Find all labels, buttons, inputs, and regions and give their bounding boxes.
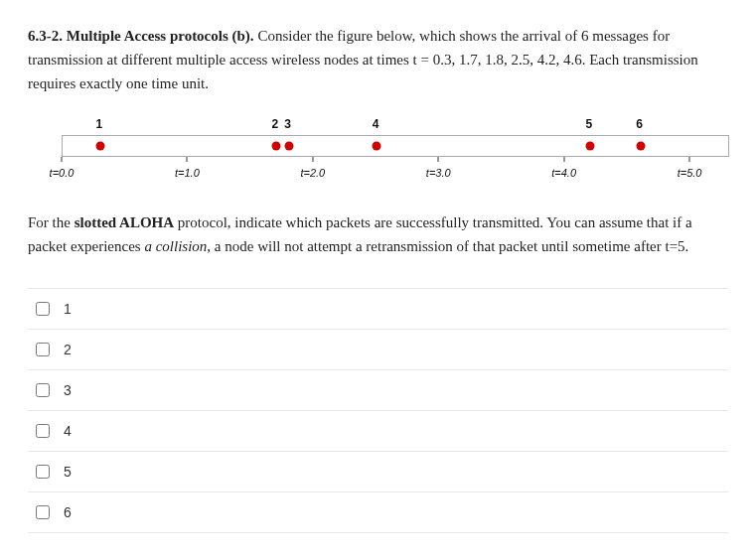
question-title: 6.3-2. Multiple Access protocols (b). Co… [28,24,728,95]
option-label: 3 [64,382,72,398]
question-followup: For the slotted ALOHA protocol, indicate… [28,210,728,258]
time-label: t=1.0 [175,167,200,179]
message-label: 4 [373,117,379,131]
option-label: 5 [64,464,72,480]
option-checkbox[interactable] [36,424,50,438]
option-row: 5 [28,452,728,492]
option-row: 2 [28,330,728,370]
time-label: t=0.0 [50,167,75,179]
message-label: 2 [272,117,279,131]
option-row: 1 [28,288,728,330]
option-row: 3 [28,370,728,411]
tick [62,157,63,162]
option-checkbox[interactable] [36,505,50,519]
tick [187,157,188,162]
message-dot [95,142,104,151]
question-number: 6.3-2. [28,28,63,44]
option-checkbox[interactable] [36,383,50,397]
option-row: 4 [28,411,728,452]
option-row: 6 [28,492,728,533]
question-heading: Multiple Access protocols (b). [67,28,254,44]
tick [563,157,564,162]
message-label: 5 [586,117,593,131]
time-label: t=3.0 [426,167,451,179]
time-label: t=2.0 [300,167,325,179]
option-checkbox[interactable] [36,343,50,356]
message-dot [373,142,381,151]
timeline-time-labels: t=0.0t=1.0t=2.0t=3.0t=4.0t=5.0 [32,167,728,183]
tick [689,157,690,162]
time-label: t=4.0 [551,167,576,179]
timeline-ticks [62,157,727,163]
option-label: 1 [64,301,72,317]
option-checkbox[interactable] [36,465,50,479]
timeline-bar [62,135,729,157]
message-label: 1 [96,117,103,131]
option-checkbox[interactable] [36,302,50,316]
tick [438,157,439,162]
tick [312,157,313,162]
timeline-message-labels: 123456 [32,117,728,135]
message-dot [271,142,280,151]
option-label: 6 [64,504,72,520]
option-label: 2 [64,342,72,357]
timeline-figure: 123456 t=0.0t=1.0t=2.0t=3.0t=4.0t=5.0 [32,117,728,183]
time-label: t=5.0 [678,167,702,179]
message-label: 3 [284,117,291,131]
message-label: 6 [636,117,643,131]
option-label: 4 [64,423,72,439]
message-dot [284,142,293,151]
answer-options: 123456 [28,288,728,533]
message-dot [585,142,594,151]
message-dot [636,142,645,151]
